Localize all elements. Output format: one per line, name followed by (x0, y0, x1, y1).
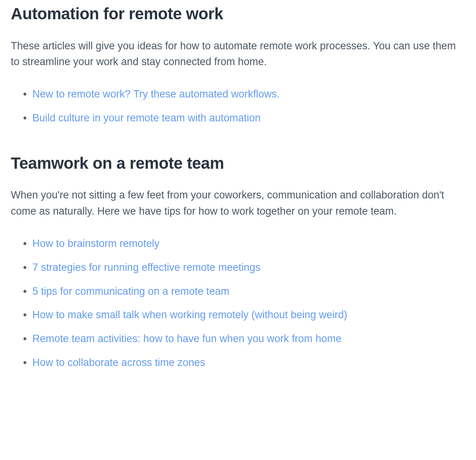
article-link[interactable]: Build culture in your remote team with a… (32, 112, 261, 124)
section-description: When you're not sitting a few feet from … (11, 187, 465, 220)
list-item: 7 strategies for running effective remot… (23, 260, 465, 275)
article-link[interactable]: How to make small talk when working remo… (32, 309, 347, 321)
list-item: How to make small talk when working remo… (23, 308, 465, 322)
list-item: 5 tips for communicating on a remote tea… (23, 284, 465, 299)
article-link[interactable]: How to collaborate across time zones (32, 357, 205, 368)
list-item: Remote team activities: how to have fun … (23, 332, 465, 346)
section-heading: Teamwork on a remote team (11, 153, 465, 174)
list-item: Build culture in your remote team with a… (23, 111, 465, 126)
section-automation: Automation for remote work These article… (11, 4, 465, 126)
article-link[interactable]: Remote team activities: how to have fun … (32, 333, 342, 344)
list-item: How to collaborate across time zones (23, 356, 465, 370)
article-link[interactable]: How to brainstorm remotely (32, 238, 159, 249)
section-teamwork: Teamwork on a remote team When you're no… (11, 153, 465, 370)
article-link[interactable]: 5 tips for communicating on a remote tea… (32, 285, 230, 297)
article-list: How to brainstorm remotely 7 strategies … (11, 237, 465, 370)
article-link[interactable]: New to remote work? Try these automated … (32, 88, 280, 100)
list-item: How to brainstorm remotely (23, 237, 465, 251)
list-item: New to remote work? Try these automated … (23, 87, 465, 102)
article-link[interactable]: 7 strategies for running effective remot… (32, 262, 260, 273)
section-heading: Automation for remote work (11, 4, 465, 24)
article-list: New to remote work? Try these automated … (11, 87, 465, 126)
section-description: These articles will give you ideas for h… (11, 38, 465, 71)
